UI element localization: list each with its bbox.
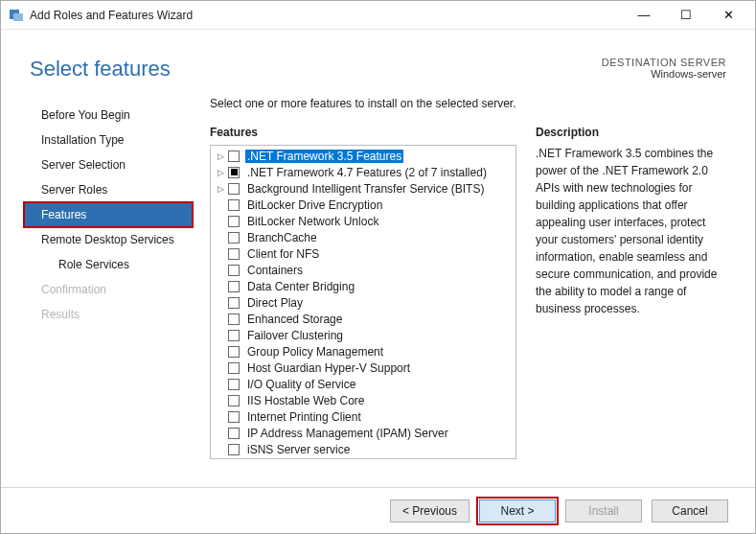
- feature-checkbox[interactable]: [228, 151, 240, 162]
- feature-checkbox[interactable]: [228, 281, 240, 292]
- destination-block: DESTINATION SERVER Windows-server: [602, 57, 726, 80]
- feature-label[interactable]: Containers: [245, 264, 305, 277]
- nav-sidebar: Before You BeginInstallation TypeServer …: [1, 97, 193, 487]
- nav-item[interactable]: Features: [24, 202, 193, 227]
- feature-checkbox[interactable]: [228, 346, 240, 358]
- feature-checkbox[interactable]: [228, 232, 240, 244]
- feature-checkbox[interactable]: [228, 444, 240, 455]
- destination-label: DESTINATION SERVER: [602, 57, 726, 68]
- feature-row[interactable]: ▷Background Intelligent Transfer Service…: [215, 180, 512, 197]
- feature-label[interactable]: Enhanced Storage: [245, 313, 344, 326]
- features-header: Features: [210, 126, 516, 139]
- feature-checkbox[interactable]: [228, 167, 240, 178]
- feature-row[interactable]: Failover Clustering: [215, 327, 512, 343]
- svg-rect-1: [13, 13, 23, 21]
- features-column: Features ▷.NET Framework 3.5 Features▷.N…: [210, 126, 516, 487]
- wizard-window: Add Roles and Features Wizard — ☐ ✕ Sele…: [0, 0, 756, 534]
- feature-row[interactable]: Group Policy Management: [215, 343, 512, 360]
- feature-row[interactable]: ▷.NET Framework 3.5 Features: [215, 148, 512, 164]
- feature-label[interactable]: IP Address Management (IPAM) Server: [245, 427, 450, 440]
- nav-item: Results: [24, 302, 193, 327]
- feature-checkbox[interactable]: [228, 313, 240, 325]
- feature-checkbox[interactable]: [228, 199, 240, 211]
- destination-name: Windows-server: [602, 68, 726, 80]
- footer: < Previous Next > Install Cancel: [1, 487, 755, 533]
- expand-icon[interactable]: ▷: [215, 151, 226, 162]
- nav-item[interactable]: Remote Desktop Services: [24, 227, 193, 252]
- feature-label[interactable]: Group Policy Management: [245, 345, 385, 359]
- feature-row[interactable]: BitLocker Network Unlock: [215, 213, 512, 229]
- nav-item[interactable]: Before You Begin: [24, 103, 193, 128]
- feature-label[interactable]: Background Intelligent Transfer Service …: [245, 182, 486, 196]
- feature-checkbox[interactable]: [228, 183, 240, 195]
- window-title: Add Roles and Features Wizard: [30, 9, 623, 22]
- feature-label[interactable]: Internet Printing Client: [245, 410, 363, 424]
- features-tree[interactable]: ▷.NET Framework 3.5 Features▷.NET Framew…: [210, 145, 516, 459]
- feature-checkbox[interactable]: [228, 265, 240, 276]
- feature-checkbox[interactable]: [228, 216, 240, 227]
- columns: Features ▷.NET Framework 3.5 Features▷.N…: [210, 126, 726, 487]
- feature-row[interactable]: BitLocker Drive Encryption: [215, 197, 512, 213]
- feature-row[interactable]: iSNS Server service: [215, 441, 512, 457]
- nav-item[interactable]: Server Roles: [24, 177, 193, 202]
- install-button: Install: [565, 499, 642, 522]
- previous-button[interactable]: < Previous: [390, 499, 470, 522]
- feature-row[interactable]: IP Address Management (IPAM) Server: [215, 425, 512, 441]
- nav-item[interactable]: Server Selection: [24, 152, 193, 177]
- feature-label[interactable]: .NET Framework 4.7 Features (2 of 7 inst…: [245, 166, 489, 179]
- feature-label[interactable]: BranchCache: [245, 231, 319, 244]
- feature-row[interactable]: Host Guardian Hyper-V Support: [215, 360, 512, 376]
- feature-label[interactable]: BitLocker Network Unlock: [245, 215, 380, 228]
- window-controls: — ☐ ✕: [623, 2, 749, 29]
- feature-label[interactable]: Direct Play: [245, 296, 305, 310]
- feature-checkbox[interactable]: [228, 395, 240, 406]
- feature-label[interactable]: I/O Quality of Service: [245, 378, 357, 391]
- feature-row[interactable]: Enhanced Storage: [215, 311, 512, 327]
- feature-row[interactable]: ▷.NET Framework 4.7 Features (2 of 7 ins…: [215, 164, 512, 180]
- feature-label[interactable]: Host Guardian Hyper-V Support: [245, 361, 412, 375]
- feature-label[interactable]: BitLocker Drive Encryption: [245, 198, 384, 212]
- feature-label[interactable]: .NET Framework 3.5 Features: [245, 150, 403, 163]
- page-title: Select features: [30, 57, 171, 81]
- next-button[interactable]: Next >: [479, 499, 556, 522]
- header-area: Select features DESTINATION SERVER Windo…: [1, 30, 755, 97]
- feature-row[interactable]: Data Center Bridging: [215, 278, 512, 294]
- feature-checkbox[interactable]: [228, 411, 240, 423]
- titlebar: Add Roles and Features Wizard — ☐ ✕: [1, 1, 755, 30]
- expand-icon[interactable]: ▷: [215, 183, 226, 195]
- feature-checkbox[interactable]: [228, 248, 240, 260]
- feature-checkbox[interactable]: [228, 297, 240, 309]
- maximize-button[interactable]: ☐: [665, 2, 707, 29]
- body-area: Before You BeginInstallation TypeServer …: [1, 97, 755, 487]
- feature-row[interactable]: BranchCache: [215, 229, 512, 245]
- feature-row[interactable]: Containers: [215, 262, 512, 278]
- nav-item[interactable]: Role Services: [24, 252, 193, 277]
- app-icon: [9, 8, 24, 23]
- description-header: Description: [536, 126, 726, 139]
- feature-label[interactable]: IIS Hostable Web Core: [245, 394, 367, 407]
- nav-item: Confirmation: [24, 277, 193, 302]
- feature-label[interactable]: Failover Clustering: [245, 329, 345, 342]
- nav-item[interactable]: Installation Type: [24, 128, 193, 152]
- description-column: Description .NET Framework 3.5 combines …: [536, 126, 726, 487]
- intro-text: Select one or more features to install o…: [210, 97, 726, 110]
- feature-row[interactable]: Direct Play: [215, 294, 512, 311]
- feature-label[interactable]: Data Center Bridging: [245, 280, 356, 293]
- close-button[interactable]: ✕: [707, 2, 749, 29]
- feature-row[interactable]: Client for NFS: [215, 245, 512, 262]
- feature-row[interactable]: I/O Quality of Service: [215, 376, 512, 392]
- feature-row[interactable]: Internet Printing Client: [215, 408, 512, 425]
- feature-checkbox[interactable]: [228, 428, 240, 439]
- feature-checkbox[interactable]: [228, 362, 240, 374]
- feature-row[interactable]: IIS Hostable Web Core: [215, 392, 512, 408]
- cancel-button[interactable]: Cancel: [652, 499, 728, 522]
- feature-label[interactable]: iSNS Server service: [245, 443, 352, 456]
- minimize-button[interactable]: —: [623, 2, 665, 29]
- feature-checkbox[interactable]: [228, 330, 240, 341]
- feature-label[interactable]: Client for NFS: [245, 247, 321, 261]
- feature-checkbox[interactable]: [228, 379, 240, 390]
- main-panel: Select one or more features to install o…: [193, 97, 726, 487]
- description-text: .NET Framework 3.5 combines the power of…: [536, 145, 726, 317]
- expand-icon[interactable]: ▷: [215, 167, 226, 178]
